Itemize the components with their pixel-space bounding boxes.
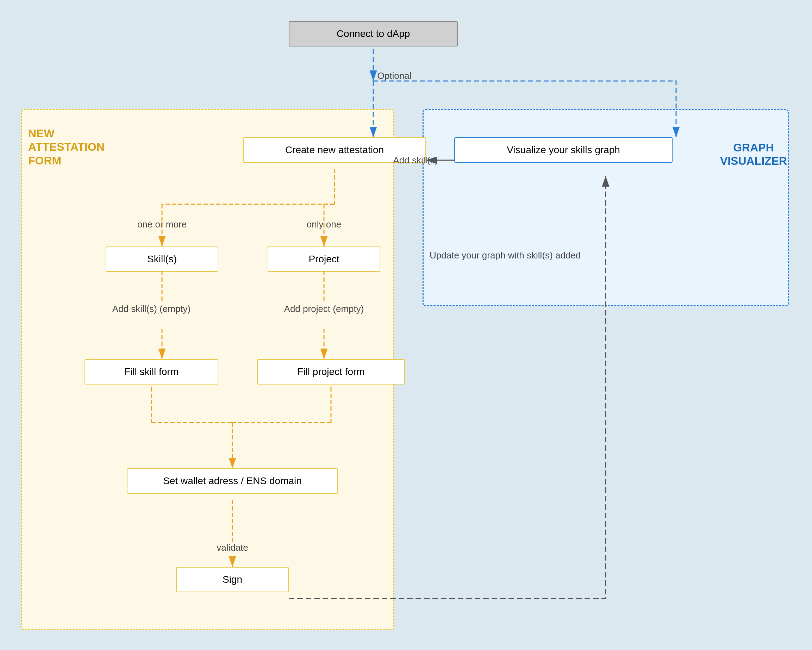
project-box: Project: [268, 246, 380, 272]
sign-box: Sign: [176, 567, 289, 592]
update-graph-label: Update your graph with skill(s) added: [430, 250, 620, 261]
diagram-container: NEW ATTESTATION FORM GRAPH VISUALIZER Co…: [0, 0, 812, 650]
add-skills-label: Add skill(s): [380, 155, 451, 166]
add-project-empty-label: Add project (empty): [257, 304, 391, 314]
skills-box: Skill(s): [105, 246, 218, 272]
fill-skill-form-box: Fill skill form: [84, 359, 218, 385]
validate-label: validate: [176, 542, 289, 553]
visualize-box: Visualize your skills graph: [454, 137, 673, 163]
add-skills-empty-label: Add skill(s) (empty): [84, 304, 218, 314]
graph-visualizer-label: GRAPH VISUALIZER: [718, 141, 789, 168]
attestation-form-label: NEW ATTESTATION FORM: [28, 127, 92, 167]
one-or-more-label: one or more: [109, 219, 215, 230]
connect-box: Connect to dApp: [289, 21, 458, 46]
set-wallet-box: Set wallet adress / ENS domain: [127, 468, 338, 494]
optional-label: Optional: [359, 70, 430, 81]
fill-project-form-box: Fill project form: [257, 359, 405, 385]
only-one-label: only one: [271, 219, 377, 230]
